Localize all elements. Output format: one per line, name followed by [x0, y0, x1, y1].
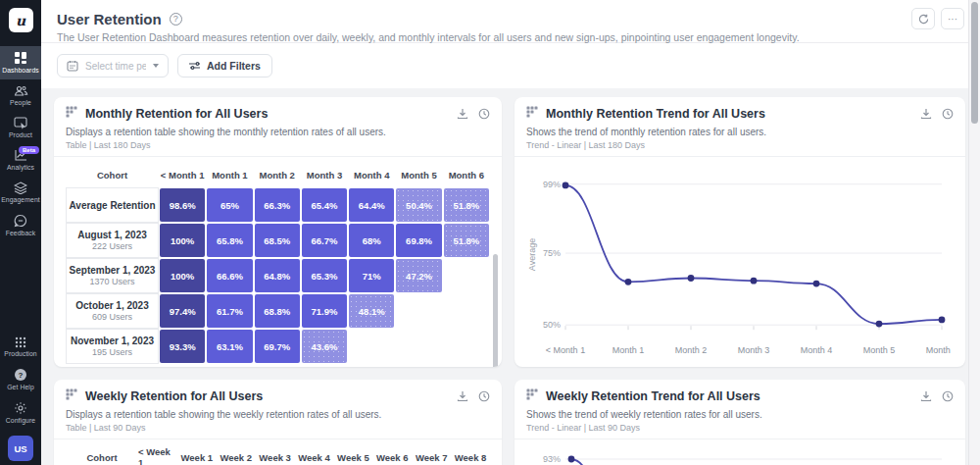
retention-cell[interactable]: 65.8% [207, 224, 252, 257]
retention-cell[interactable]: 69.7% [255, 330, 300, 363]
retention-cell-wrap: 65.3% [301, 258, 348, 293]
retention-cell[interactable]: 68% [349, 224, 394, 257]
retention-cell[interactable]: 64.4% [349, 188, 394, 222]
sidebar-item-product[interactable]: Product [0, 112, 41, 144]
feedback-bubble-icon [14, 214, 27, 228]
retention-cell-wrap: 68.5% [254, 223, 301, 258]
retention-cell-wrap: 64.8% [254, 258, 301, 293]
retention-cell[interactable]: 51.8% [444, 188, 489, 222]
retention-cell[interactable]: 64.8% [255, 259, 300, 292]
refresh-button[interactable] [911, 8, 935, 29]
cohort-label: September 1, 20231370 Users [66, 258, 159, 293]
retention-cell[interactable]: 69.8% [396, 224, 441, 257]
sidebar-item-production[interactable]: Production [0, 332, 41, 363]
retention-cell[interactable]: 71% [349, 259, 394, 292]
time-icon[interactable] [942, 108, 954, 120]
retention-cell-wrap: 66.3% [254, 187, 301, 223]
dashboard-content: Monthly Retention for All Users Displays… [41, 88, 980, 465]
retention-grid-icon [66, 388, 79, 405]
user-avatar[interactable]: US [8, 436, 33, 461]
sidebar-item-get-help[interactable]: ? Get Help [0, 363, 41, 396]
y-tick-label: 99% [543, 180, 561, 189]
download-icon[interactable] [457, 390, 468, 402]
retention-cell[interactable]: 66.7% [302, 224, 347, 257]
retention-cell[interactable]: 100% [160, 259, 205, 292]
card-title: Weekly Retention for All Users [85, 389, 263, 403]
help-icon: ? [14, 368, 27, 382]
retention-cell[interactable]: 66.6% [207, 259, 252, 292]
retention-cell[interactable]: 66.3% [255, 188, 300, 222]
retention-cell[interactable]: 71.9% [302, 294, 347, 328]
retention-cell[interactable]: 98.6% [160, 188, 205, 222]
retention-cell-wrap: 98.6% [159, 187, 206, 223]
column-header: Week 2 [217, 444, 256, 465]
sidebar-item-label: Dashboards [2, 67, 39, 74]
sidebar-item-label: Engagement [1, 196, 40, 203]
sidebar-item-feedback[interactable]: Feedback [0, 209, 41, 242]
retention-cell-wrap: 65% [206, 187, 253, 223]
beta-badge: Beta [19, 146, 39, 154]
monthly-trend-line-chart[interactable]: 99%75%50%< Month 1Month 1Month 2Month 3M… [526, 161, 951, 360]
card-meta: Trend - Linear | Last 180 Days [526, 140, 954, 150]
help-circle-icon[interactable]: ? [170, 13, 182, 26]
app-logo[interactable]: u [9, 8, 33, 32]
retention-cell[interactable]: 68.5% [255, 224, 300, 257]
sidebar-item-configure[interactable]: Configure [0, 396, 41, 430]
column-header: Cohort [66, 444, 138, 465]
x-tick-label: Month 3 [738, 345, 770, 355]
retention-cell[interactable]: 63.1% [207, 330, 252, 363]
retention-cell-wrap: 65.8% [206, 223, 253, 258]
divider [514, 439, 965, 439]
time-icon[interactable] [478, 108, 490, 120]
sidebar: u Dashboards People Product Beta Analyti… [0, 0, 41, 465]
cohort-name: November 1, 2023 [71, 336, 154, 346]
apps-grid-icon [15, 336, 26, 348]
download-icon[interactable] [457, 108, 468, 120]
x-tick-label: Month 6 [926, 345, 951, 355]
retention-cell[interactable]: 65% [207, 188, 252, 222]
page-scrollbar[interactable] [968, 0, 980, 465]
retention-cell[interactable]: 97.4% [160, 294, 205, 328]
retention-cell[interactable]: 43.6% [302, 330, 347, 363]
sidebar-item-people[interactable]: People [0, 79, 41, 112]
download-icon[interactable] [920, 108, 932, 120]
empty-cell [443, 293, 490, 329]
sidebar-item-label: People [10, 99, 31, 106]
time-icon[interactable] [478, 390, 490, 402]
scrollbar-thumb[interactable] [971, 2, 978, 124]
divider [54, 439, 502, 439]
retention-cell-wrap: 69.7% [254, 329, 301, 364]
card-subtitle: Displays a retention table showing the w… [66, 409, 490, 420]
retention-cell[interactable]: 50.4% [396, 188, 441, 222]
trend-line [565, 185, 942, 324]
dashboards-icon [14, 51, 27, 65]
retention-cell[interactable]: 61.7% [207, 294, 252, 328]
retention-cell[interactable]: 68.8% [255, 294, 300, 328]
people-icon [14, 84, 28, 97]
sidebar-item-dashboards[interactable]: Dashboards [0, 46, 41, 79]
retention-cell[interactable]: 65.3% [302, 259, 347, 292]
sidebar-item-engagement[interactable]: Engagement [0, 177, 41, 209]
y-tick-label: 50% [543, 320, 561, 330]
table-scrollbar[interactable] [493, 254, 498, 367]
retention-cell-wrap: 63.1% [206, 329, 253, 364]
retention-cell[interactable]: 93.3% [160, 330, 205, 363]
sidebar-item-analytics[interactable]: Beta Analytics [0, 144, 41, 177]
retention-cell[interactable]: 47.2% [396, 259, 441, 292]
more-options-button[interactable]: ··· [941, 8, 964, 29]
add-filters-button[interactable]: Add Filters [177, 54, 272, 78]
retention-cell[interactable]: 51.8% [444, 224, 489, 257]
retention-cell[interactable]: 65.4% [302, 188, 347, 222]
download-icon[interactable] [920, 390, 932, 402]
time-icon[interactable] [942, 390, 954, 402]
time-period-select[interactable]: Select time period [57, 54, 169, 78]
cohort-name: October 1, 2023 [75, 300, 148, 311]
filters-icon [189, 61, 201, 71]
retention-cell[interactable]: 100% [160, 224, 205, 257]
retention-cell[interactable]: 48.1% [349, 294, 394, 328]
x-tick-label: Month 4 [801, 345, 833, 355]
column-header: Month 5 [395, 162, 442, 187]
weekly-trend-line-chart[interactable]: 93% [526, 443, 951, 465]
sidebar-item-label: Analytics [7, 164, 34, 171]
cohort-users: 222 Users [92, 241, 132, 251]
